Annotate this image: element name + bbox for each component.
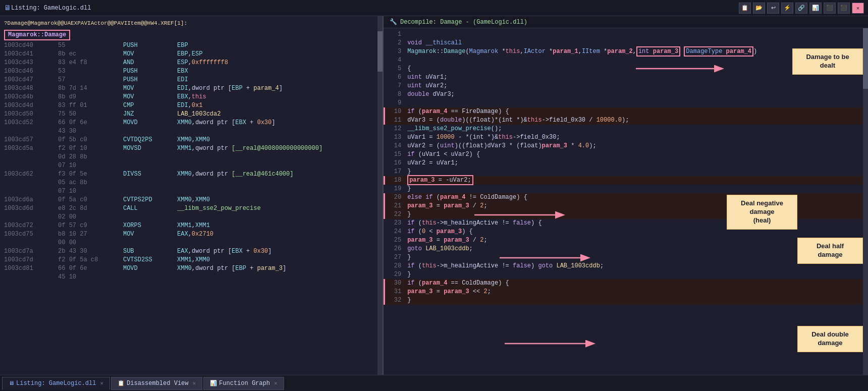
- right-scrollbar[interactable]: [863, 28, 868, 375]
- asm-addr: 1003cd5a: [0, 144, 56, 153]
- line-number: 24: [385, 228, 406, 236]
- asm-op: EDI,0x1: [175, 101, 383, 110]
- listing-icon: 🖥: [4, 4, 11, 12]
- line-code: param_3 = -uVar2;: [405, 176, 867, 185]
- decompile-content[interactable]: 1 2 void __thiscall 3 Magmarok::Damage(M…: [384, 28, 868, 375]
- arrow-deal-double: [500, 336, 601, 351]
- toolbar-copy-btn[interactable]: 📋: [739, 3, 751, 14]
- asm-op: EDI: [175, 76, 383, 84]
- line-code: }: [405, 185, 867, 193]
- asm-row: 1003cd7a 2b 43 30 SUB EAX,dword ptr [EBX…: [0, 247, 383, 256]
- line-number: 15: [385, 150, 406, 159]
- toolbar-action3-btn[interactable]: ⬛: [824, 3, 836, 14]
- line-number: 22: [385, 210, 406, 219]
- asm-mnem: MOV: [119, 50, 175, 59]
- asm-op: EAX,dword ptr [EBX + 0x30]: [175, 247, 383, 256]
- toolbar-action1-btn[interactable]: ⚡: [781, 3, 793, 14]
- decompile-row: 29 }: [385, 270, 867, 279]
- asm-row: 07 10: [0, 161, 383, 170]
- tab-function-graph-close[interactable]: ✕: [274, 380, 278, 386]
- line-number: 14: [385, 142, 406, 150]
- toolbar-action2-btn[interactable]: 📊: [809, 3, 822, 14]
- asm-bytes: 83 e4 f8: [56, 59, 119, 67]
- asm-bytes: 45 10: [56, 273, 119, 282]
- tab-listing[interactable]: 🖥 Listing: GameLogic.dll ✕: [2, 377, 110, 390]
- asm-row: 1003cd4d 83 ff 01 CMP EDI,0x1: [0, 101, 383, 110]
- asm-op: [175, 213, 383, 221]
- asm-row: 1003cd46 53 PUSH EBX: [0, 67, 383, 76]
- decompile-row: 6 uint uVar1;: [385, 73, 867, 82]
- asm-addr: 1003cd7a: [0, 247, 56, 256]
- asm-addr: 1003cd4b: [0, 93, 56, 101]
- tab-disassembled-close[interactable]: ✕: [192, 380, 196, 386]
- right-scroll-thumb[interactable]: [863, 28, 868, 89]
- decompile-row: 25 param_3 = param_3 / 2;: [385, 236, 867, 245]
- asm-addr: 1003cd43: [0, 59, 56, 67]
- line-number: 2: [385, 39, 406, 47]
- line-code: if (this->m_healingActive != false) {: [405, 219, 867, 228]
- decompile-row: 12 __libm_sse2_pow_precise();: [385, 125, 867, 133]
- line-code: uint uVar1;: [405, 73, 867, 82]
- asm-op: [175, 273, 383, 282]
- decompile-row: 30 if (param_4 == ColdDamage) {: [385, 279, 867, 288]
- asm-mnem: MOVD: [119, 264, 175, 273]
- tab-listing-close[interactable]: ✕: [100, 380, 103, 386]
- line-number: 27: [385, 253, 406, 262]
- line-number: 23: [385, 219, 406, 228]
- asm-bytes: 8b ec: [56, 50, 119, 59]
- line-number: 12: [385, 125, 406, 133]
- toolbar-action4-btn[interactable]: ⬛: [838, 3, 850, 14]
- decompile-row: 26 goto LAB_1003cddb;: [385, 245, 867, 253]
- asm-addr: [0, 213, 56, 221]
- asm-mnem: CMP: [119, 101, 175, 110]
- line-code: param_3 = param_3 / 2;: [405, 202, 867, 210]
- decompile-row: 24 if (0 < param_3) {: [385, 228, 867, 236]
- asm-addr: 1003cd48: [0, 84, 56, 93]
- toolbar-close-btn[interactable]: ×: [852, 3, 864, 14]
- toolbar-link-btn[interactable]: 🔗: [795, 3, 807, 14]
- asm-mnem: [119, 153, 175, 161]
- decompile-row: 1: [385, 30, 867, 39]
- asm-mnem: CVTSD2SS: [119, 256, 175, 264]
- line-code: }: [405, 167, 867, 176]
- asm-mnem: [119, 179, 175, 187]
- line-code: uint uVar2;: [405, 82, 867, 90]
- line-number: 11: [385, 116, 406, 125]
- line-code: __libm_sse2_pow_precise();: [405, 125, 867, 133]
- asm-mnem: CALL: [119, 204, 175, 213]
- asm-addr: [0, 179, 56, 187]
- line-number: 5: [385, 65, 406, 73]
- line-number: 6: [385, 73, 406, 82]
- asm-addr: 1003cd47: [0, 76, 56, 84]
- asm-addr: 1003cd72: [0, 221, 56, 230]
- listing-content[interactable]: ?Damage@Magmarok@@UAEXPAVIActor@@PAVIIte…: [0, 16, 383, 375]
- decompile-row: 19 }: [385, 185, 867, 193]
- asm-mnem: [119, 273, 175, 282]
- decompile-row: 11 dVar3 = (double)((float)*(int *)&this…: [385, 116, 867, 125]
- left-scroll-thumb[interactable]: [377, 31, 383, 72]
- left-scrollbar[interactable]: [377, 16, 383, 375]
- asm-row: 1003cd48 8b 7d 14 MOV EDI,dword ptr [EBP…: [0, 84, 383, 93]
- asm-addr: 1003cd81: [0, 264, 56, 273]
- asm-addr: 1003cd6d: [0, 204, 56, 213]
- line-number: 29: [385, 270, 406, 279]
- decompile-row: 22 }: [385, 210, 867, 219]
- asm-op: [175, 161, 383, 170]
- asm-bytes: 75 50: [56, 110, 119, 119]
- asm-row: 1003cd75 b8 10 27 MOV EAX,0x2710: [0, 230, 383, 239]
- line-number: 30: [385, 279, 406, 288]
- asm-bytes: 8b d9: [56, 93, 119, 101]
- asm-addr: 1003cd40: [0, 41, 56, 50]
- line-number: 18: [385, 176, 406, 185]
- tab-disassembled[interactable]: 📋 Disassembled View ✕: [111, 377, 202, 390]
- asm-row: 05 ac 8b: [0, 179, 383, 187]
- asm-row: 02 00: [0, 213, 383, 221]
- asm-addr: 1003cd4d: [0, 101, 56, 110]
- asm-bytes: f2 0f 10: [56, 144, 119, 153]
- line-number: 17: [385, 167, 406, 176]
- toolbar-save-btn[interactable]: 📂: [753, 3, 765, 14]
- toolbar-undo-btn[interactable]: ↩: [767, 3, 779, 14]
- line-number: 13: [385, 133, 406, 142]
- tab-function-graph[interactable]: 📊 Function Graph ✕: [203, 377, 284, 390]
- asm-mnem: [119, 213, 175, 221]
